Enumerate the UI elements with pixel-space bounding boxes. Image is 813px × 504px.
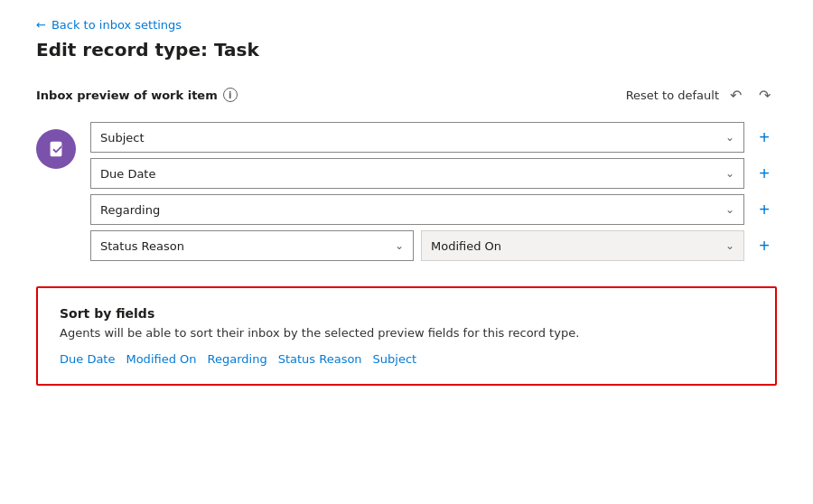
task-svg-icon: [46, 139, 66, 159]
field-dropdown-modifiedon[interactable]: Modified On ⌄: [421, 230, 744, 261]
field-dropdown-regarding[interactable]: Regarding ⌄: [90, 194, 744, 225]
field-dropdown-statusreason[interactable]: Status Reason ⌄: [90, 230, 414, 261]
chevron-icon-4: ⌄: [395, 239, 404, 252]
undo-button[interactable]: ↶: [723, 82, 748, 107]
page-title: Edit record type: Task: [36, 39, 777, 61]
chevron-icon-2: ⌄: [725, 167, 734, 180]
field-statusreason-label: Status Reason: [100, 239, 395, 253]
field-duedate-label: Due Date: [100, 167, 725, 181]
chevron-icon-1: ⌄: [725, 131, 734, 144]
section-label-text: Inbox preview of work item: [36, 89, 218, 102]
sort-tag-duedate[interactable]: Due Date: [60, 352, 115, 366]
field-row-1: Subject ⌄ +: [90, 122, 777, 153]
field-dropdown-subject[interactable]: Subject ⌄: [90, 122, 744, 153]
add-button-1[interactable]: +: [752, 125, 777, 150]
sort-title: Sort by fields: [60, 306, 753, 321]
field-subject-label: Subject: [100, 131, 725, 145]
info-icon[interactable]: i: [223, 88, 238, 102]
reset-label: Reset to default: [626, 89, 719, 102]
sort-tag-statusreason[interactable]: Status Reason: [278, 352, 362, 366]
reset-controls: Reset to default ↶ ↷: [626, 82, 777, 107]
field-row-3: Regarding ⌄ +: [90, 194, 777, 225]
back-link-label: Back to inbox settings: [51, 18, 182, 32]
field-row-4: Status Reason ⌄ Modified On ⌄ +: [90, 230, 777, 261]
field-modifiedon-label: Modified On: [431, 239, 725, 253]
sort-tag-modifiedon[interactable]: Modified On: [126, 352, 196, 366]
back-link[interactable]: ← Back to inbox settings: [36, 18, 777, 32]
add-button-2[interactable]: +: [752, 161, 777, 186]
add-button-4[interactable]: +: [752, 233, 777, 258]
section-header: Inbox preview of work item i Reset to de…: [36, 82, 777, 107]
sort-desc: Agents will be able to sort their inbox …: [60, 326, 753, 340]
sort-tag-regarding[interactable]: Regarding: [208, 352, 267, 366]
preview-area: Subject ⌄ + Due Date ⌄ + Regarding ⌄ + S…: [36, 122, 777, 261]
sort-tags: Due Date Modified On Regarding Status Re…: [60, 352, 753, 366]
back-arrow-icon: ←: [36, 18, 46, 32]
sort-section: Sort by fields Agents will be able to so…: [36, 286, 777, 386]
field-row-2: Due Date ⌄ +: [90, 158, 777, 189]
fields-list: Subject ⌄ + Due Date ⌄ + Regarding ⌄ + S…: [90, 122, 777, 261]
chevron-icon-5: ⌄: [725, 239, 734, 252]
chevron-icon-3: ⌄: [725, 203, 734, 216]
task-icon: [36, 129, 76, 169]
field-regarding-label: Regarding: [100, 203, 725, 217]
redo-button[interactable]: ↷: [752, 82, 777, 107]
add-button-3[interactable]: +: [752, 197, 777, 222]
section-label: Inbox preview of work item i: [36, 88, 238, 102]
field-dropdown-duedate[interactable]: Due Date ⌄: [90, 158, 744, 189]
sort-tag-subject[interactable]: Subject: [373, 352, 417, 366]
